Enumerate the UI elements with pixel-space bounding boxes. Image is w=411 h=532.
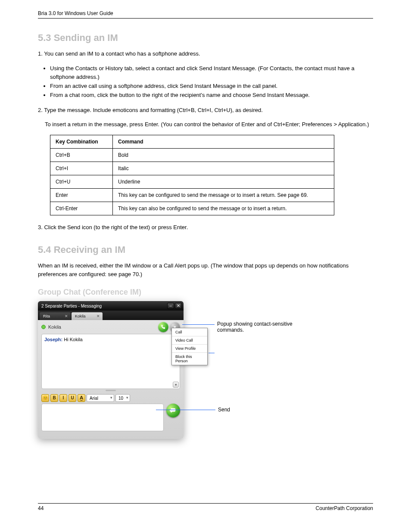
km-c3: This key can be configured to send the m…: [112, 188, 334, 202]
context-menu: Call Video Call View Profile Block this …: [171, 328, 208, 365]
km-k2: Ctrl+U: [50, 175, 113, 188]
chat-area: Joseph: Hi Kokila ▾: [41, 334, 180, 389]
callout-line-a1: [182, 324, 215, 325]
call-button[interactable]: [158, 322, 168, 332]
tab-kokila-close-icon[interactable]: ✕: [96, 314, 101, 318]
km-k3: Enter: [50, 188, 113, 202]
presence-icon: [41, 325, 46, 329]
page-header: Bria 3.0 for Windows User Guide: [38, 10, 373, 19]
s1-bullet-3: From a chat room, click the button to th…: [50, 91, 373, 100]
s1-keymap-title: 2. Type the message. Include emoticons a…: [38, 106, 373, 115]
section-heading-53: 5.3 Sending an IM: [38, 32, 373, 44]
km-k1: Ctrl+I: [50, 162, 113, 175]
s1-bullet-2: From an active call using a softphone ad…: [50, 82, 373, 91]
tab-kokila[interactable]: Kokila ✕: [72, 312, 103, 320]
km-k4: Ctrl-Enter: [50, 202, 113, 215]
tab-rita-label: Rita: [43, 314, 50, 318]
format-toolbar: 😊 B I U A̲ Arial 10: [38, 392, 184, 404]
km-c4: This key can also be configured to send …: [112, 202, 334, 215]
close-button[interactable]: ✕: [175, 303, 182, 309]
group-chat-heading: Group Chat (Conference IM): [38, 288, 373, 297]
callout-b: Send: [218, 407, 230, 413]
underline-button[interactable]: U: [68, 394, 76, 402]
font-family-select[interactable]: Arial: [87, 394, 114, 402]
send-button[interactable]: [166, 404, 180, 417]
scroll-down-icon[interactable]: ▾: [173, 382, 179, 388]
ctx-call[interactable]: Call: [172, 328, 207, 336]
km-c0: Bold: [112, 148, 334, 162]
s2-para: When an IM is received, either the IM wi…: [38, 261, 373, 278]
s1-bullet-1: Using the Contacts or History tab, selec…: [50, 64, 373, 82]
callout-line-a2: [209, 353, 215, 353]
ctx-block[interactable]: Block this Person: [172, 353, 207, 365]
s1-send: 3. Click the Send icon (to the right of …: [38, 223, 373, 232]
emoticon-button[interactable]: 😊: [41, 394, 49, 402]
chat-sender: Joseph:: [44, 337, 62, 342]
splitter-handle[interactable]: [106, 390, 116, 391]
tabstrip: Rita ✕ Kokila ✕: [38, 311, 184, 320]
messaging-window: 2 Separate Parties - Messaging – ✕ Rita …: [38, 301, 184, 439]
fontcolor-button[interactable]: A̲: [78, 394, 85, 402]
italic-button[interactable]: I: [59, 394, 67, 402]
ctx-video-call[interactable]: Video Call: [172, 336, 207, 345]
messaging-figure: 2 Separate Parties - Messaging – ✕ Rita …: [38, 301, 391, 448]
contact-bar: Kokila ▾: [38, 320, 184, 334]
s1-bullets: Using the Contacts or History tab, selec…: [50, 64, 373, 100]
page-footer: 44 CounterPath Corporation: [38, 503, 373, 511]
bold-button[interactable]: B: [50, 394, 58, 402]
km-c1: Italic: [112, 162, 334, 175]
font-size-select[interactable]: 10: [115, 394, 130, 402]
section-heading-54: 5.4 Receiving an IM: [38, 244, 373, 255]
titlebar[interactable]: 2 Separate Parties - Messaging – ✕: [38, 301, 184, 311]
keymap-h1: Key Combination: [50, 135, 113, 148]
tab-kokila-label: Kokila: [75, 314, 86, 318]
chat-text: Hi Kokila: [64, 337, 82, 342]
compose-input[interactable]: [41, 404, 164, 431]
tab-rita-close-icon[interactable]: ✕: [64, 314, 69, 318]
composer: [41, 404, 180, 431]
callout-a: Popup showing contact-sensitive commands…: [217, 321, 308, 333]
keymap-h2: Command: [112, 135, 334, 148]
km-k0: Ctrl+B: [50, 148, 113, 162]
footer-left: 44: [38, 505, 44, 511]
minimize-button[interactable]: –: [167, 303, 174, 309]
keymap-table: Key Combination Command Ctrl+BBold Ctrl+…: [50, 135, 334, 215]
tab-rita[interactable]: Rita ✕: [40, 312, 71, 320]
s1-intro: 1. You can send an IM to a contact who h…: [38, 50, 373, 58]
window-title: 2 Separate Parties - Messaging: [41, 304, 102, 308]
callout-line-b: [156, 410, 215, 410]
ctx-view-profile[interactable]: View Profile: [172, 345, 207, 353]
footer-right: CounterPath Corporation: [316, 505, 373, 511]
km-c2: Underline: [112, 175, 334, 188]
header-left: Bria 3.0 for Windows User Guide: [38, 10, 113, 16]
contact-name: Kokila: [48, 324, 61, 330]
s1-keymap-note: To insert a return in the message, press…: [45, 120, 373, 129]
